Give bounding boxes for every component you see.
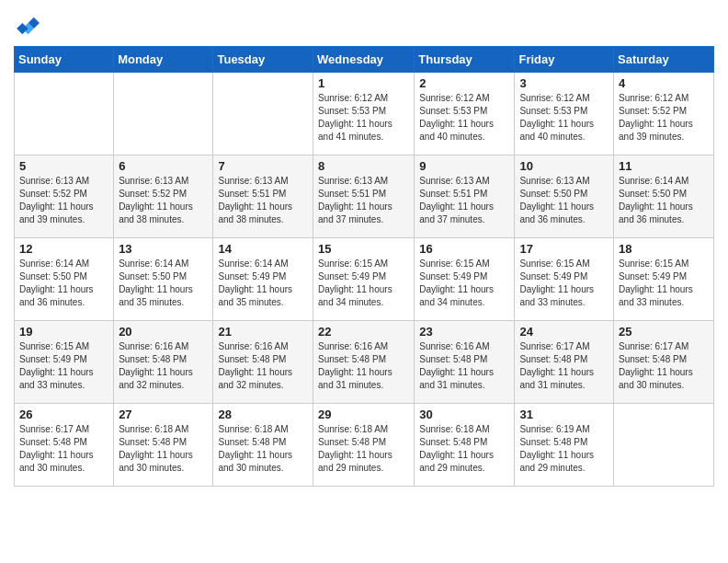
day-cell: 6Sunrise: 6:13 AM Sunset: 5:52 PM Daylig… (114, 155, 213, 238)
day-info: Sunrise: 6:15 AM Sunset: 5:49 PM Dayligh… (318, 258, 409, 309)
day-info: Sunrise: 6:17 AM Sunset: 5:48 PM Dayligh… (19, 423, 108, 475)
day-number: 31 (519, 408, 609, 421)
day-number: 7 (218, 159, 308, 173)
day-info: Sunrise: 6:16 AM Sunset: 5:48 PM Dayligh… (218, 340, 308, 392)
day-info: Sunrise: 6:15 AM Sunset: 5:49 PM Dayligh… (619, 258, 709, 309)
day-info: Sunrise: 6:15 AM Sunset: 5:49 PM Dayligh… (519, 258, 609, 309)
day-number: 13 (119, 242, 208, 256)
day-cell: 11Sunrise: 6:14 AM Sunset: 5:50 PM Dayli… (614, 155, 714, 238)
day-cell (213, 73, 313, 155)
day-number: 12 (19, 242, 108, 256)
day-number: 24 (519, 325, 609, 339)
day-cell: 28Sunrise: 6:18 AM Sunset: 5:48 PM Dayli… (213, 404, 313, 487)
day-cell: 30Sunrise: 6:18 AM Sunset: 5:48 PM Dayli… (415, 404, 515, 487)
day-cell: 2Sunrise: 6:12 AM Sunset: 5:53 PM Daylig… (415, 73, 515, 155)
day-info: Sunrise: 6:15 AM Sunset: 5:49 PM Dayligh… (419, 258, 509, 309)
week-row-2: 5Sunrise: 6:13 AM Sunset: 5:52 PM Daylig… (15, 155, 714, 238)
day-cell: 26Sunrise: 6:17 AM Sunset: 5:48 PM Dayli… (15, 404, 114, 487)
col-header-monday: Monday (114, 47, 213, 73)
day-number: 28 (218, 408, 308, 421)
day-number: 16 (419, 242, 509, 256)
page: SundayMondayTuesdayWednesdayThursdayFrid… (0, 0, 728, 500)
day-info: Sunrise: 6:14 AM Sunset: 5:50 PM Dayligh… (619, 175, 709, 226)
day-cell: 16Sunrise: 6:15 AM Sunset: 5:49 PM Dayli… (415, 238, 515, 321)
day-info: Sunrise: 6:16 AM Sunset: 5:48 PM Dayligh… (419, 340, 509, 392)
day-cell (15, 73, 114, 155)
day-number: 30 (419, 408, 509, 421)
day-info: Sunrise: 6:17 AM Sunset: 5:48 PM Dayligh… (619, 340, 709, 392)
day-number: 4 (619, 76, 709, 90)
day-number: 6 (119, 159, 208, 173)
day-number: 18 (619, 242, 709, 256)
day-number: 20 (119, 325, 208, 339)
day-number: 3 (519, 76, 609, 90)
day-cell: 23Sunrise: 6:16 AM Sunset: 5:48 PM Dayli… (415, 321, 515, 404)
week-row-1: 1Sunrise: 6:12 AM Sunset: 5:53 PM Daylig… (15, 73, 714, 155)
day-cell: 31Sunrise: 6:19 AM Sunset: 5:48 PM Dayli… (515, 404, 614, 487)
day-number: 9 (419, 159, 509, 173)
day-info: Sunrise: 6:12 AM Sunset: 5:52 PM Dayligh… (619, 92, 709, 144)
col-header-thursday: Thursday (415, 47, 515, 73)
day-cell: 13Sunrise: 6:14 AM Sunset: 5:50 PM Dayli… (114, 238, 213, 321)
day-info: Sunrise: 6:17 AM Sunset: 5:48 PM Dayligh… (519, 340, 609, 392)
day-cell: 21Sunrise: 6:16 AM Sunset: 5:48 PM Dayli… (213, 321, 313, 404)
day-number: 11 (619, 159, 709, 173)
day-info: Sunrise: 6:16 AM Sunset: 5:48 PM Dayligh… (119, 340, 208, 392)
week-row-5: 26Sunrise: 6:17 AM Sunset: 5:48 PM Dayli… (15, 404, 714, 487)
day-cell: 19Sunrise: 6:15 AM Sunset: 5:49 PM Dayli… (15, 321, 114, 404)
day-cell: 10Sunrise: 6:13 AM Sunset: 5:50 PM Dayli… (515, 155, 614, 238)
day-info: Sunrise: 6:15 AM Sunset: 5:49 PM Dayligh… (19, 340, 108, 392)
day-cell: 1Sunrise: 6:12 AM Sunset: 5:53 PM Daylig… (313, 73, 415, 155)
day-cell: 14Sunrise: 6:14 AM Sunset: 5:49 PM Dayli… (213, 238, 313, 321)
day-info: Sunrise: 6:13 AM Sunset: 5:50 PM Dayligh… (519, 175, 609, 226)
day-cell: 25Sunrise: 6:17 AM Sunset: 5:48 PM Dayli… (614, 321, 714, 404)
col-header-sunday: Sunday (15, 47, 114, 73)
logo (14, 13, 41, 39)
day-cell: 24Sunrise: 6:17 AM Sunset: 5:48 PM Dayli… (515, 321, 614, 404)
day-number: 21 (218, 325, 308, 339)
day-cell (614, 404, 714, 487)
day-cell: 29Sunrise: 6:18 AM Sunset: 5:48 PM Dayli… (313, 404, 415, 487)
day-number: 26 (19, 408, 108, 421)
day-info: Sunrise: 6:13 AM Sunset: 5:51 PM Dayligh… (318, 175, 409, 226)
day-cell: 18Sunrise: 6:15 AM Sunset: 5:49 PM Dayli… (614, 238, 714, 321)
day-number: 5 (19, 159, 108, 173)
day-cell: 5Sunrise: 6:13 AM Sunset: 5:52 PM Daylig… (15, 155, 114, 238)
day-info: Sunrise: 6:14 AM Sunset: 5:50 PM Dayligh… (19, 258, 108, 309)
day-number: 25 (619, 325, 709, 339)
day-number: 19 (19, 325, 108, 339)
day-info: Sunrise: 6:13 AM Sunset: 5:51 PM Dayligh… (419, 175, 509, 226)
day-cell: 4Sunrise: 6:12 AM Sunset: 5:52 PM Daylig… (614, 73, 714, 155)
day-info: Sunrise: 6:18 AM Sunset: 5:48 PM Dayligh… (119, 423, 208, 475)
day-number: 8 (318, 159, 409, 173)
day-info: Sunrise: 6:18 AM Sunset: 5:48 PM Dayligh… (318, 423, 409, 475)
day-number: 1 (318, 76, 409, 90)
day-info: Sunrise: 6:18 AM Sunset: 5:48 PM Dayligh… (419, 423, 509, 475)
day-number: 2 (419, 76, 509, 90)
day-cell: 12Sunrise: 6:14 AM Sunset: 5:50 PM Dayli… (15, 238, 114, 321)
day-cell: 15Sunrise: 6:15 AM Sunset: 5:49 PM Dayli… (313, 238, 415, 321)
day-number: 14 (218, 242, 308, 256)
day-cell: 22Sunrise: 6:16 AM Sunset: 5:48 PM Dayli… (313, 321, 415, 404)
day-cell: 3Sunrise: 6:12 AM Sunset: 5:53 PM Daylig… (515, 73, 614, 155)
col-header-wednesday: Wednesday (313, 47, 415, 73)
col-header-friday: Friday (515, 47, 614, 73)
day-number: 29 (318, 408, 409, 421)
day-info: Sunrise: 6:18 AM Sunset: 5:48 PM Dayligh… (218, 423, 308, 475)
day-info: Sunrise: 6:12 AM Sunset: 5:53 PM Dayligh… (419, 92, 509, 144)
day-number: 10 (519, 159, 609, 173)
day-info: Sunrise: 6:13 AM Sunset: 5:52 PM Dayligh… (19, 175, 108, 226)
week-row-3: 12Sunrise: 6:14 AM Sunset: 5:50 PM Dayli… (15, 238, 714, 321)
day-cell: 8Sunrise: 6:13 AM Sunset: 5:51 PM Daylig… (313, 155, 415, 238)
calendar-header-row: SundayMondayTuesdayWednesdayThursdayFrid… (15, 47, 714, 73)
day-cell: 27Sunrise: 6:18 AM Sunset: 5:48 PM Dayli… (114, 404, 213, 487)
week-row-4: 19Sunrise: 6:15 AM Sunset: 5:49 PM Dayli… (15, 321, 714, 404)
calendar-table: SundayMondayTuesdayWednesdayThursdayFrid… (14, 46, 714, 487)
day-cell (114, 73, 213, 155)
day-number: 15 (318, 242, 409, 256)
col-header-tuesday: Tuesday (213, 47, 313, 73)
day-info: Sunrise: 6:14 AM Sunset: 5:49 PM Dayligh… (218, 258, 308, 309)
day-cell: 7Sunrise: 6:13 AM Sunset: 5:51 PM Daylig… (213, 155, 313, 238)
day-info: Sunrise: 6:19 AM Sunset: 5:48 PM Dayligh… (519, 423, 609, 475)
day-info: Sunrise: 6:16 AM Sunset: 5:48 PM Dayligh… (318, 340, 409, 392)
